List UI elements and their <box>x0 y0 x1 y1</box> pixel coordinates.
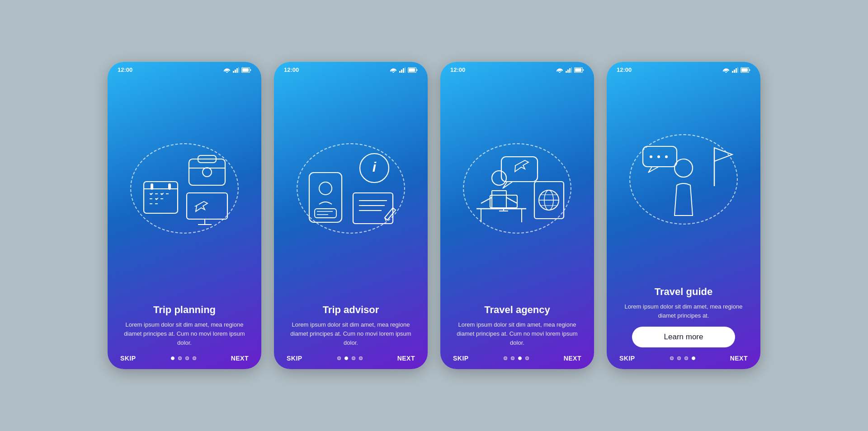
dot-3-1 <box>504 356 507 360</box>
phones-container: 12:00 <box>108 62 760 369</box>
svg-rect-67 <box>737 67 738 73</box>
dot-1-4 <box>193 356 196 360</box>
skip-button-1[interactable]: SKIP <box>120 355 136 362</box>
svg-rect-9 <box>168 183 171 190</box>
dots-3 <box>504 356 529 360</box>
time-1: 12:00 <box>118 66 132 73</box>
svg-rect-46 <box>569 68 571 73</box>
phone-travel-agency: 12:00 <box>440 62 594 369</box>
screen-title-2: Trip advisor <box>287 304 415 316</box>
illustration-area-1 <box>108 75 261 298</box>
svg-point-33 <box>319 182 332 195</box>
signal-icon-3 <box>566 67 572 73</box>
text-area-2: Trip advisor Lorem ipsum dolor sit dim a… <box>274 298 428 350</box>
next-button-1[interactable]: NEXT <box>231 355 249 362</box>
dot-1-1 <box>171 356 175 360</box>
next-button-3[interactable]: NEXT <box>564 355 581 362</box>
dot-2-1 <box>337 356 341 360</box>
dot-4-2 <box>677 356 681 360</box>
battery-icon <box>241 67 251 73</box>
dashed-circle-3 <box>463 143 571 234</box>
svg-rect-64 <box>732 71 733 73</box>
status-bar-4: 12:00 <box>607 62 760 75</box>
phone-trip-advisor: 12:00 <box>274 62 428 369</box>
signal-icon-4 <box>732 67 738 73</box>
nav-bar-3: SKIP NEXT <box>440 350 594 369</box>
trip-advisor-illustration: i <box>301 145 401 231</box>
illustration-area-4 <box>607 75 760 280</box>
dot-3-3 <box>518 356 522 360</box>
svg-rect-47 <box>571 67 572 73</box>
text-area-4: Travel guide Lorem ipsum dolor sit dim a… <box>607 280 760 350</box>
next-button-2[interactable]: NEXT <box>397 355 415 362</box>
dots-4 <box>670 356 695 360</box>
travel-guide-illustration <box>634 136 733 222</box>
text-area-3: Travel agency Lorem ipsum dolor sit dim … <box>440 298 594 350</box>
svg-rect-49 <box>575 68 581 72</box>
time-4: 12:00 <box>617 66 632 73</box>
dashed-circle-1 <box>130 143 239 234</box>
dot-2-2 <box>344 356 348 360</box>
dot-4-3 <box>684 356 688 360</box>
nav-bar-4: SKIP NEXT <box>607 350 760 369</box>
skip-button-2[interactable]: SKIP <box>287 355 302 362</box>
status-bar-3: 12:00 <box>440 62 594 75</box>
skip-button-4[interactable]: SKIP <box>619 355 635 362</box>
svg-rect-1 <box>235 70 236 73</box>
dot-3-4 <box>525 356 529 360</box>
screen-title-4: Travel guide <box>619 286 748 298</box>
text-area-1: Trip planning Lorem ipsum dolor sit dim … <box>108 298 261 350</box>
svg-rect-23 <box>187 193 227 219</box>
svg-rect-5 <box>242 68 249 72</box>
next-button-4[interactable]: NEXT <box>730 355 748 362</box>
screen-body-2: Lorem ipsum dolor sit dim amet, mea regi… <box>287 320 415 347</box>
svg-rect-3 <box>238 67 239 73</box>
svg-rect-2 <box>236 68 238 73</box>
svg-point-21 <box>203 168 212 177</box>
status-bar-2: 12:00 <box>274 62 428 75</box>
dots-1 <box>171 356 196 360</box>
svg-text:i: i <box>373 159 377 174</box>
nav-bar-2: SKIP NEXT <box>274 350 428 369</box>
wifi-icon <box>223 67 231 73</box>
signal-icon-2 <box>399 67 406 73</box>
dot-1-3 <box>185 356 189 360</box>
battery-icon-2 <box>408 67 418 73</box>
svg-point-73 <box>657 155 660 158</box>
phone-trip-planning: 12:00 <box>108 62 261 369</box>
skip-button-3[interactable]: SKIP <box>453 355 469 362</box>
svg-rect-44 <box>566 71 567 73</box>
battery-icon-4 <box>741 67 750 73</box>
svg-rect-0 <box>233 71 234 73</box>
wifi-icon-2 <box>390 67 397 73</box>
wifi-icon-4 <box>722 67 730 73</box>
svg-rect-66 <box>736 68 737 73</box>
phone-travel-guide: 12:00 <box>607 62 760 369</box>
svg-rect-8 <box>151 183 153 190</box>
illustration-area-3 <box>440 75 594 298</box>
dashed-circle-2: i <box>297 143 405 234</box>
svg-rect-26 <box>399 71 401 73</box>
svg-point-74 <box>665 155 668 158</box>
nav-bar-1: SKIP NEXT <box>108 350 261 369</box>
status-icons-4 <box>722 67 750 73</box>
illustration-area-2: i <box>274 75 428 298</box>
dot-4-4 <box>692 356 695 360</box>
time-3: 12:00 <box>450 66 465 73</box>
status-icons-3 <box>556 67 584 73</box>
screen-body-4: Lorem ipsum dolor sit dim amet, mea regi… <box>619 302 748 320</box>
time-2: 12:00 <box>284 66 299 73</box>
svg-rect-29 <box>405 67 406 73</box>
battery-icon-3 <box>574 67 584 73</box>
learn-more-button[interactable]: Learn more <box>632 327 735 347</box>
screen-body-3: Lorem ipsum dolor sit dim amet, mea regi… <box>453 320 581 347</box>
dot-1-2 <box>178 356 182 360</box>
svg-rect-65 <box>734 70 735 73</box>
dot-4-1 <box>670 356 674 360</box>
dashed-circle-4 <box>629 134 738 225</box>
svg-point-50 <box>492 171 506 185</box>
dot-2-3 <box>352 356 355 360</box>
svg-rect-69 <box>741 68 748 72</box>
svg-point-72 <box>650 155 652 158</box>
dot-2-4 <box>359 356 363 360</box>
